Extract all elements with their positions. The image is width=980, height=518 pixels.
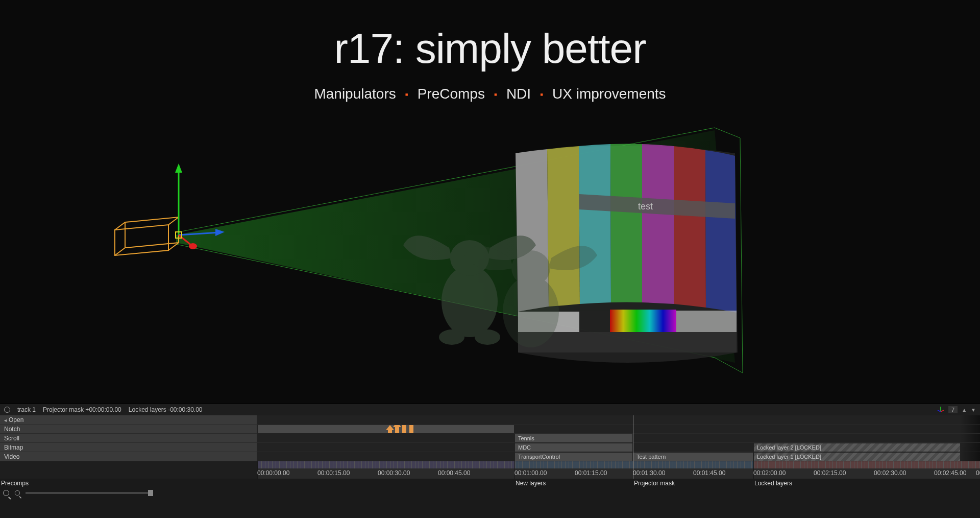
layer-name[interactable]: Notch	[0, 425, 257, 434]
menu-dropdown-icon[interactable]: ▼	[971, 407, 976, 413]
separator-icon: ▪	[494, 89, 497, 100]
hero-subtitle: Manipulators ▪ PreComps ▪ NDI ▪ UX impro…	[0, 86, 980, 102]
section-labels-row: PrecompsNew layersProjector maskLocked l…	[0, 479, 980, 488]
svg-point-11	[511, 250, 550, 286]
timeline-clip[interactable]: MDC	[514, 443, 633, 452]
layer-row[interactable]: BitmapMDCLocked layer 2 [LOCKED]	[0, 443, 980, 452]
globe-icon[interactable]	[4, 407, 10, 413]
feature-item: UX improvements	[552, 86, 666, 102]
svg-line-27	[938, 410, 941, 412]
feature-item: PreComps	[418, 86, 485, 102]
layer-name[interactable]: Video	[0, 452, 257, 461]
svg-marker-12	[115, 225, 168, 255]
page-number[interactable]: 7	[948, 406, 958, 413]
svg-rect-3	[610, 310, 676, 332]
notch-bars-icon	[388, 425, 413, 433]
svg-rect-4	[676, 311, 737, 333]
svg-line-26	[941, 410, 944, 412]
separator-icon: ▪	[540, 89, 543, 100]
timecode-label: 00:01:00.00	[514, 469, 547, 477]
svg-rect-2	[579, 311, 610, 332]
svg-point-10	[503, 276, 559, 347]
hero-banner: r17: simply better Manipulators ▪ PreCom…	[0, 0, 980, 102]
track-label[interactable]: track 1	[17, 406, 36, 413]
svg-point-6	[442, 266, 498, 337]
layer-row[interactable]: ScrollTennis	[0, 434, 980, 443]
overlay-label: test	[638, 201, 653, 211]
projector-gizmo	[115, 217, 179, 255]
layer-name[interactable]: Bitmap	[0, 443, 257, 452]
layer-track[interactable]	[257, 425, 980, 434]
timecode-label: 00:00:00.00	[257, 469, 289, 477]
timecode-label: 00:00:45.00	[438, 469, 470, 477]
layer-track[interactable]: TransportControlTest patternLocked layer…	[257, 452, 980, 461]
svg-marker-19	[175, 163, 182, 173]
zoom-slider[interactable]	[26, 492, 148, 494]
cue-info: Projector mask +00:00:00.00	[43, 406, 121, 413]
separator-icon: ▪	[405, 89, 408, 100]
layer-row[interactable]: Open▸	[0, 415, 980, 425]
layer-name[interactable]: Open	[0, 415, 257, 425]
layer-track[interactable]: MDCLocked layer 2 [LOCKED]	[257, 443, 980, 452]
timecode-label: 00:02:15.00	[814, 469, 846, 477]
zoom-out-icon[interactable]	[15, 490, 20, 496]
svg-point-8	[439, 329, 464, 345]
timecode-label: 00:02:30.00	[874, 469, 906, 477]
svg-point-23	[189, 243, 197, 249]
layer-row[interactable]: Notch	[0, 425, 980, 434]
timecode-label: 00:01:30.00	[633, 469, 665, 477]
scroll-up-icon[interactable]: ▲	[962, 407, 967, 413]
timeline-clip[interactable]: Test pattern	[633, 452, 753, 461]
timecode-label: 00:01:45.00	[693, 469, 725, 477]
layer-row[interactable]: VideoTransportControlTest patternLocked …	[0, 452, 980, 461]
timeline-clip[interactable]: Tennis	[514, 434, 633, 443]
timeline-header: track 1 Projector mask +00:00:00.00 Lock…	[0, 404, 980, 415]
layer-track[interactable]: Tennis	[257, 434, 980, 443]
timecode-label: 00:03:00.00	[976, 469, 980, 477]
layer-track[interactable]: ▸	[257, 415, 980, 425]
cue-info: Locked layers -00:00:30.00	[129, 406, 203, 413]
timeline-clip[interactable]: Locked layer 1 [LOCKED]	[753, 452, 980, 461]
axes-icon[interactable]	[937, 406, 944, 414]
feature-item: Manipulators	[314, 86, 396, 102]
timecode-label: 00:02:45.00	[934, 469, 966, 477]
playhead[interactable]	[633, 415, 633, 479]
section-label: Locked layers	[753, 479, 792, 488]
section-label: Precomps	[0, 479, 257, 488]
svg-point-9	[475, 329, 500, 345]
timeline-clip[interactable]	[257, 425, 514, 434]
timeline-panel: track 1 Projector mask +00:00:00.00 Lock…	[0, 404, 980, 518]
timecode-label: 00:02:00.00	[753, 469, 786, 477]
section-label: Projector mask	[633, 479, 675, 488]
timeline-clip[interactable]: TransportControl	[514, 452, 633, 461]
timecode-label: 00:00:30.00	[378, 469, 410, 477]
hero-title: r17: simply better	[0, 25, 980, 73]
zoom-in-icon[interactable]	[3, 490, 9, 496]
svg-marker-13	[125, 217, 179, 248]
layer-name[interactable]: Scroll	[0, 434, 257, 443]
timecode-label: 00:01:15.00	[575, 469, 607, 477]
feature-item: NDI	[506, 86, 531, 102]
section-label: New layers	[514, 479, 546, 488]
timeline-ruler[interactable]: 00:00:00.0000:00:15.0000:00:30.0000:00:4…	[0, 461, 980, 479]
timeline-clip[interactable]: Locked layer 2 [LOCKED]	[753, 443, 980, 452]
viewport-3d[interactable]: test	[0, 117, 980, 388]
timecode-label: 00:00:15.00	[317, 469, 350, 477]
zoom-controls	[0, 488, 980, 498]
